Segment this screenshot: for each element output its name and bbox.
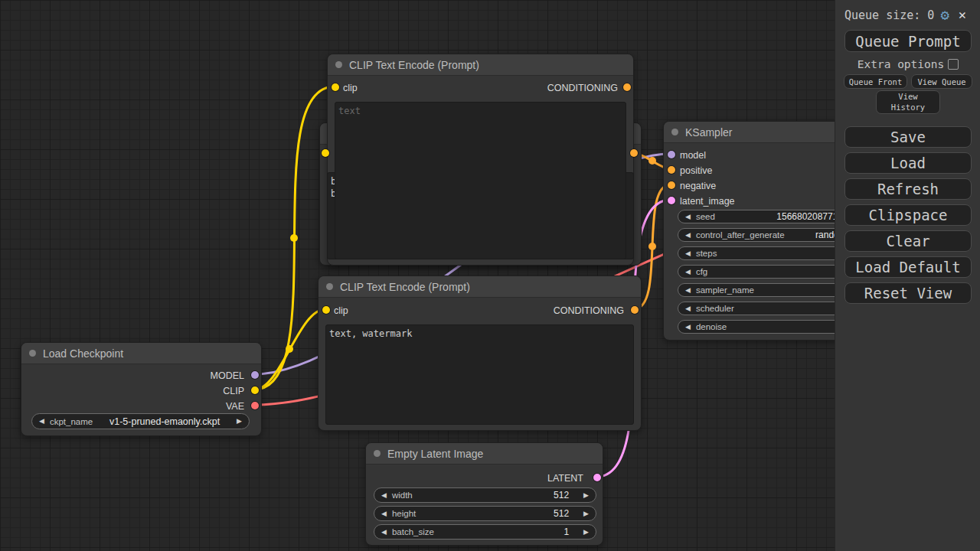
input-port-positive[interactable] [668, 166, 675, 174]
node-title: KSampler [685, 126, 732, 139]
input-label: clip [334, 305, 348, 316]
link-midpoint-dot [286, 345, 293, 353]
settings-gear-icon[interactable]: ⚙ [940, 8, 949, 22]
collapse-dot[interactable] [374, 450, 381, 457]
widget-value: 512 [554, 490, 569, 500]
input-port-latent-image[interactable] [668, 197, 675, 204]
widget-label: denoise [696, 322, 727, 331]
collapse-dot[interactable] [671, 129, 678, 135]
input-port-negative[interactable] [668, 181, 675, 189]
link-midpoint-dot [648, 243, 656, 250]
input-port-clip[interactable] [322, 306, 330, 314]
widget-label: height [392, 509, 416, 518]
increment-arrow-icon[interactable]: ▶ [583, 510, 589, 517]
increment-arrow-icon[interactable]: ▶ [583, 492, 589, 499]
node-load-checkpoint[interactable]: Load Checkpoint MODEL CLIP VAE ◀ ckpt_na… [21, 342, 262, 436]
input-port-clip[interactable] [322, 149, 329, 157]
increment-arrow-icon[interactable]: ▶ [583, 529, 589, 536]
output-port-clip[interactable] [251, 386, 259, 394]
node-title: CLIP Text Encode (Prompt) [349, 59, 479, 71]
widget-label: sampler_name [696, 285, 754, 295]
widget-value: 1 [564, 527, 569, 537]
output-port-conditioning[interactable] [623, 83, 631, 91]
widget-label: batch_size [392, 527, 434, 536]
decrement-arrow-icon[interactable]: ◀ [685, 305, 691, 312]
output-port-latent[interactable] [593, 474, 601, 481]
link-midpoint-dot [290, 234, 298, 242]
decrement-arrow-icon[interactable]: ◀ [685, 232, 691, 239]
extra-options-checkbox[interactable] [948, 59, 959, 70]
decrement-arrow-icon[interactable]: ◀ [381, 510, 387, 517]
output-port-vae[interactable] [251, 402, 259, 409]
load-default-button[interactable]: Load Default [844, 256, 972, 278]
clipspace-button[interactable]: Clipspace [844, 204, 972, 226]
output-label: CLIP [223, 386, 244, 396]
widget-label: ckpt_name [50, 417, 93, 426]
close-icon[interactable]: ✕ [959, 8, 966, 21]
node-empty-latent-image[interactable]: Empty Latent Image LATENT ◀ width 512 ▶ … [365, 442, 603, 546]
widget-value: v1-5-pruned-emaonly.ckpt [98, 416, 231, 427]
output-label: MODEL [211, 370, 244, 381]
refresh-button[interactable]: Refresh [844, 178, 972, 200]
output-port-model[interactable] [251, 371, 259, 379]
node-title: CLIP Text Encode (Prompt) [340, 281, 470, 293]
node-title-bar[interactable]: CLIP Text Encode (Prompt) [328, 54, 633, 76]
queue-size-label: Queue size: 0 [844, 8, 934, 22]
widget-label: steps [696, 249, 717, 258]
widget-ckpt-name[interactable]: ◀ ckpt_name v1-5-pruned-emaonly.ckpt ▶ [31, 413, 250, 429]
input-port-clip[interactable] [332, 83, 339, 91]
node-title: Load Checkpoint [43, 347, 123, 360]
node-graph-canvas[interactable]: CLIP Text Encode (Prompt) beautiful scen… [0, 0, 980, 551]
output-port-conditioning[interactable] [630, 149, 638, 157]
collapse-dot[interactable] [335, 61, 342, 68]
menu-panel: Queue size: 0 ⚙ ✕ Queue Prompt Extra opt… [835, 0, 980, 551]
widget-label: scheduler [696, 304, 734, 313]
output-label: CONDITIONING [554, 305, 624, 316]
load-button[interactable]: Load [844, 152, 972, 174]
widget-batch-size[interactable]: ◀ batch_size 1 ▶ [374, 524, 596, 540]
view-history-button[interactable]: View History [876, 90, 940, 114]
previous-arrow-icon[interactable]: ◀ [39, 418, 44, 425]
output-label: LATENT [547, 473, 583, 484]
link-clip-bottom [254, 309, 325, 390]
collapse-dot[interactable] [326, 283, 333, 290]
link-midpoint-dot [648, 157, 656, 165]
prompt-textarea-top[interactable]: text [335, 102, 626, 259]
decrement-arrow-icon[interactable]: ◀ [685, 269, 691, 276]
output-label: VAE [226, 401, 244, 412]
widget-width[interactable]: ◀ width 512 ▶ [374, 487, 596, 503]
decrement-arrow-icon[interactable]: ◀ [685, 324, 691, 331]
widget-value: 512 [554, 508, 569, 519]
prompt-textarea-negative[interactable]: text, watermark [325, 324, 634, 425]
input-label: negative [680, 181, 716, 191]
widget-label: width [392, 491, 413, 500]
node-title-bar[interactable]: Load Checkpoint [21, 343, 261, 364]
node-title-bar[interactable]: CLIP Text Encode (Prompt) [318, 276, 641, 298]
output-port-conditioning[interactable] [631, 306, 639, 314]
extra-options-label: Extra options [858, 58, 945, 70]
decrement-arrow-icon[interactable]: ◀ [381, 529, 387, 536]
widget-height[interactable]: ◀ height 512 ▶ [374, 506, 596, 521]
input-label: positive [680, 165, 712, 176]
collapse-dot[interactable] [29, 350, 36, 357]
next-arrow-icon[interactable]: ▶ [237, 418, 242, 425]
decrement-arrow-icon[interactable]: ◀ [685, 287, 691, 294]
view-queue-button[interactable]: View Queue [911, 74, 972, 89]
node-title: Empty Latent Image [387, 448, 483, 460]
decrement-arrow-icon[interactable]: ◀ [685, 214, 691, 220]
output-label: CONDITIONING [547, 83, 618, 93]
input-label: latent_image [680, 196, 735, 207]
decrement-arrow-icon[interactable]: ◀ [381, 492, 387, 499]
widget-label: control_after_generate [696, 230, 785, 240]
node-title-bar[interactable]: Empty Latent Image [366, 443, 603, 465]
save-button[interactable]: Save [844, 126, 972, 148]
view-history-label: View History [886, 92, 930, 112]
input-label: model [680, 150, 706, 161]
input-label: clip [343, 83, 358, 93]
queue-front-button[interactable]: Queue Front [844, 74, 907, 89]
clear-button[interactable]: Clear [844, 230, 972, 252]
input-port-model[interactable] [668, 151, 675, 158]
reset-view-button[interactable]: Reset View [844, 282, 972, 304]
queue-prompt-button[interactable]: Queue Prompt [844, 30, 972, 52]
decrement-arrow-icon[interactable]: ◀ [685, 250, 691, 257]
